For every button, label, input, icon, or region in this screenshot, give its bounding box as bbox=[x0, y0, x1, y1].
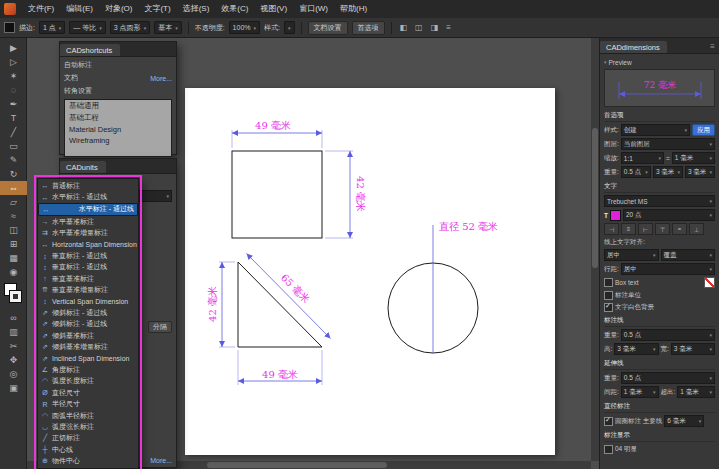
box-text-checkbox[interactable] bbox=[604, 278, 613, 287]
menu-item[interactable]: ↕ 垂直标注 - 通过线 bbox=[38, 262, 138, 273]
menu-item[interactable]: Ø 直径尺寸 bbox=[38, 387, 138, 398]
menu-item[interactable]: ↕ 垂直标注 - 通过线 bbox=[38, 250, 138, 261]
tool-button[interactable]: ✂ bbox=[0, 339, 27, 353]
menubar-item[interactable]: 对象(O) bbox=[99, 0, 139, 18]
tool-button[interactable]: ▷ bbox=[0, 55, 27, 69]
white-background-checkbox[interactable] bbox=[604, 303, 613, 312]
menubar-item[interactable]: 窗口(W) bbox=[293, 0, 334, 18]
layer-select[interactable]: 当前图层▾ bbox=[621, 138, 715, 150]
tool-button[interactable]: ◌ bbox=[0, 83, 27, 97]
brush-select[interactable]: 3 点圆形▾ bbox=[110, 21, 150, 34]
panel-menu-icon[interactable]: ≡ bbox=[444, 23, 453, 32]
preset-list-item[interactable]: 基础工程 bbox=[65, 112, 171, 124]
preset-list-item[interactable]: Material Design bbox=[65, 124, 171, 135]
tool-button[interactable]: T bbox=[0, 111, 27, 125]
tool-button[interactable]: ✥ bbox=[0, 353, 27, 367]
stroke-width-select[interactable]: 1 点▾ bbox=[39, 21, 65, 34]
panel-menu-icon[interactable]: ≡ bbox=[710, 42, 719, 53]
text-color-swatch[interactable] bbox=[610, 210, 621, 221]
preferences-button[interactable]: 首选项 bbox=[352, 21, 385, 35]
text-align-right-icon[interactable]: ⊢ bbox=[638, 223, 653, 235]
tool-button[interactable]: ◎ bbox=[0, 367, 27, 381]
menu-item[interactable]: ↑ 垂直基准标注 bbox=[38, 273, 138, 284]
triangle-base-dimension[interactable]: 49 毫米 bbox=[262, 369, 298, 380]
tool-button[interactable]: ✶ bbox=[0, 69, 27, 83]
fill-stroke-control[interactable] bbox=[0, 282, 26, 308]
tool-button[interactable]: ▭ bbox=[0, 139, 27, 153]
text-align-bottom-icon[interactable]: ⊥ bbox=[689, 223, 704, 235]
preset-list-item[interactable]: 基础通用 bbox=[65, 100, 171, 112]
tool-button[interactable]: ⇔ bbox=[0, 181, 27, 195]
chevron-down-icon[interactable]: ▾ bbox=[604, 59, 607, 65]
height-select[interactable]: 3 毫米▾ bbox=[653, 166, 683, 178]
tool-button[interactable]: ╱ bbox=[0, 125, 27, 139]
menu-item[interactable]: ↔ Horizontal Span Dimension bbox=[38, 239, 138, 250]
scale-unit-select[interactable]: 1 毫米▾ bbox=[672, 152, 715, 164]
menu-item[interactable]: ⇗ Inclined Span Dimension bbox=[38, 353, 138, 364]
tool-button[interactable]: ▥ bbox=[0, 325, 27, 339]
menu-item[interactable]: ┼ 中心线 bbox=[38, 444, 138, 455]
menu-item[interactable]: ⇗ 倾斜基准增量标注 bbox=[38, 341, 138, 352]
font-size-select[interactable]: 20 点▾ bbox=[623, 209, 715, 221]
menu-item[interactable]: ◠ 弧度长度标注 bbox=[38, 376, 138, 387]
arrow-height-select[interactable]: 3 毫米▾ bbox=[614, 343, 658, 355]
menubar-item[interactable]: 选择(S) bbox=[177, 0, 216, 18]
menu-item[interactable]: ⇗ 倾斜标注 - 通过线 bbox=[38, 307, 138, 318]
menu-item[interactable]: ∠ 角度标注 bbox=[38, 364, 138, 375]
fill-color-swatch[interactable] bbox=[4, 22, 15, 33]
tool-button[interactable]: ✒ bbox=[0, 97, 27, 111]
align-left-icon[interactable]: ◧ bbox=[398, 23, 410, 32]
preset-list-item[interactable]: Wireframing bbox=[65, 135, 171, 146]
tool-button[interactable]: ↻ bbox=[0, 167, 27, 181]
tool-button[interactable]: ∞ bbox=[0, 311, 27, 325]
menubar-item[interactable]: 文字(T) bbox=[138, 0, 176, 18]
document-setup-button[interactable]: 文档设置 bbox=[308, 21, 348, 35]
text-on-line-select[interactable]: 居中▾ bbox=[604, 249, 659, 261]
stroke-swatch[interactable] bbox=[10, 291, 21, 302]
tool-button[interactable]: ▣ bbox=[0, 381, 27, 395]
menu-item[interactable]: ⇉ 水平基准增量标注 bbox=[38, 228, 138, 239]
text-align-top-icon[interactable]: ⊤ bbox=[655, 223, 670, 235]
triangle-height-dimension[interactable]: 42 毫米 bbox=[207, 286, 218, 322]
style-select[interactable]: 创建▾ bbox=[621, 124, 690, 136]
tool-button[interactable]: ≈ bbox=[0, 209, 27, 223]
caddimensions-tab[interactable]: CADdimensions bbox=[600, 41, 667, 53]
menu-item[interactable]: ◡ 弧度弦长标注 bbox=[38, 421, 138, 432]
menu-item[interactable]: ⇗ 倾斜标注 - 通过线 bbox=[38, 319, 138, 330]
extline-weight-select[interactable]: 0.5 点▾ bbox=[621, 372, 715, 384]
text-align-middle-icon[interactable]: = bbox=[672, 223, 687, 235]
arrow-width-select[interactable]: 3 毫米▾ bbox=[671, 343, 715, 355]
menu-item[interactable]: ⊕ 物件中心 bbox=[38, 455, 138, 466]
menu-item[interactable]: ↕ Vertical Span Dimension bbox=[38, 296, 138, 307]
scrollbar-thumb[interactable] bbox=[592, 128, 598, 268]
align-center-icon[interactable]: ◫ bbox=[413, 23, 425, 32]
menubar-item[interactable]: 效果(C) bbox=[215, 0, 254, 18]
more-link[interactable]: More... bbox=[150, 457, 172, 464]
vertical-scrollbar[interactable] bbox=[591, 38, 599, 461]
menu-item[interactable]: R 半径尺寸 bbox=[38, 398, 138, 409]
text-align-left-icon[interactable]: ⊣ bbox=[604, 223, 619, 235]
tool-button[interactable]: ▦ bbox=[0, 251, 27, 265]
tool-button[interactable]: ◫ bbox=[0, 223, 27, 237]
units-checkbox[interactable] bbox=[604, 291, 613, 300]
menu-item[interactable]: ↔ 普通标注 bbox=[38, 180, 138, 191]
scale-select[interactable]: 1:1▾ bbox=[621, 152, 664, 164]
tool-button[interactable]: ▱ bbox=[0, 195, 27, 209]
text-align-center-icon[interactable]: ≡ bbox=[621, 223, 636, 235]
menu-item[interactable]: ⇈ 垂直基准增量标注 bbox=[38, 285, 138, 296]
appearance-select[interactable]: 基本▾ bbox=[154, 21, 182, 34]
menubar-item[interactable]: 编辑(E) bbox=[60, 0, 99, 18]
no-fill-swatch[interactable] bbox=[704, 277, 715, 288]
align-right-icon[interactable]: ◨ bbox=[429, 23, 441, 32]
divider-button[interactable]: 分隔 bbox=[148, 321, 172, 333]
triangle-shape[interactable] bbox=[238, 262, 322, 347]
text-over-line-select[interactable]: 覆盖▾ bbox=[661, 249, 716, 261]
tool-button[interactable]: ✎ bbox=[0, 153, 27, 167]
tool-button[interactable]: ◉ bbox=[0, 265, 27, 279]
menu-item[interactable]: ◠ 圆弧半径标注 bbox=[38, 410, 138, 421]
leading-select[interactable]: 居中▾ bbox=[621, 263, 715, 275]
extline-overshoot-select[interactable]: 1 毫米▾ bbox=[677, 386, 715, 398]
stroke-profile-select[interactable]: — 等比▾ bbox=[69, 21, 105, 34]
menubar-item[interactable]: 视图(V) bbox=[254, 0, 293, 18]
cadunits-tab[interactable]: CADunits bbox=[60, 161, 106, 173]
